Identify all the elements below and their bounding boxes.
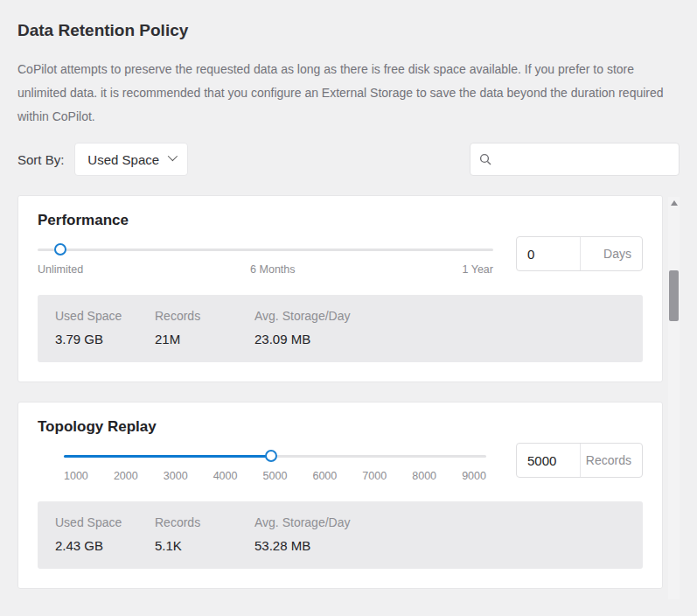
sort-by-selected-value: Used Space [87, 152, 159, 167]
slider-tick-label: 2000 [114, 470, 138, 482]
slider-tick-labels: Unlimited 6 Months 1 Year [38, 263, 493, 276]
scrollbar-thumb[interactable] [669, 270, 679, 321]
scroll-up-icon[interactable] [668, 197, 680, 209]
search-box[interactable] [470, 143, 680, 176]
retention-unit-label: Days [580, 237, 642, 270]
retention-value-input[interactable] [517, 453, 580, 468]
card-performance: Performance Unlimited 6 Months 1 Year [17, 195, 663, 382]
sort-by-label: Sort By: [17, 152, 64, 167]
stat-value: 53.28 MB [254, 538, 352, 553]
stat-label: Records [155, 515, 253, 529]
slider-tick-label: 8000 [412, 470, 436, 482]
data-retention-page: Data Retention Policy CoPilot attempts t… [0, 0, 697, 616]
stats-box: Used Space 3.79 GB Records 21M Avg. Stor… [38, 295, 643, 362]
stat-avg-storage: Avg. Storage/Day 23.09 MB [254, 309, 352, 346]
slider-tick-label: 5000 [263, 470, 288, 482]
slider-tick-label: 1000 [64, 470, 88, 482]
slider-tick-label: 3000 [164, 470, 188, 482]
slider-handle[interactable] [265, 450, 277, 462]
stat-avg-storage: Avg. Storage/Day 53.28 MB [254, 515, 352, 553]
slider-tick-label: 6000 [312, 470, 337, 482]
stat-used-space: Used Space 3.79 GB [55, 309, 153, 346]
slider-tick-labels: 1000 2000 3000 4000 5000 6000 7000 8000 … [64, 470, 486, 482]
cards-column: Performance Unlimited 6 Months 1 Year [17, 195, 663, 599]
stat-value: 3.79 GB [55, 332, 153, 346]
slider-tick-label: 6 Months [250, 263, 295, 276]
cards-scroll-region: Performance Unlimited 6 Months 1 Year [17, 195, 680, 599]
slider-tick-label: 9000 [462, 470, 486, 482]
controls-row: Sort By: Used Space [17, 143, 680, 176]
page-description: CoPilot attempts to preserve the request… [17, 58, 679, 129]
card-topology-replay: Topology Replay 1000 2000 3000 4000 5000 [17, 402, 663, 589]
stat-value: 21M [155, 332, 253, 346]
slider-row: Unlimited 6 Months 1 Year Days [38, 234, 643, 276]
slider-tick-label: 7000 [362, 470, 387, 482]
stats-box: Used Space 2.43 GB Records 5.1K Avg. Sto… [38, 501, 643, 569]
slider-tick-label: Unlimited [38, 263, 83, 276]
page-title: Data Retention Policy [17, 21, 680, 40]
slider-area: Unlimited 6 Months 1 Year [38, 234, 493, 276]
card-title: Performance [38, 212, 643, 229]
stat-records: Records 21M [155, 309, 253, 346]
stat-value: 23.09 MB [254, 332, 352, 346]
slider-handle[interactable] [54, 243, 66, 256]
slider-tick-label: 4000 [213, 470, 238, 482]
retention-unit-label: Records [580, 444, 642, 477]
stat-label: Avg. Storage/Day [254, 515, 352, 529]
stat-label: Used Space [55, 309, 153, 323]
chevron-down-icon [168, 151, 178, 161]
search-icon [479, 153, 491, 165]
stat-used-space: Used Space 2.43 GB [55, 515, 153, 553]
card-title: Topology Replay [38, 418, 643, 436]
stat-label: Records [155, 309, 253, 323]
slider-row: 1000 2000 3000 4000 5000 6000 7000 8000 … [38, 441, 643, 482]
sort-by-dropdown[interactable]: Used Space [74, 143, 188, 176]
retention-slider[interactable] [64, 455, 486, 458]
stat-label: Used Space [55, 515, 153, 529]
retention-slider[interactable] [38, 248, 493, 251]
stat-value: 2.43 GB [55, 538, 153, 553]
slider-fill [64, 455, 271, 458]
slider-area: 1000 2000 3000 4000 5000 6000 7000 8000 … [38, 441, 493, 482]
vertical-scrollbar[interactable] [668, 197, 680, 599]
slider-tick-label: 1 Year [463, 263, 493, 276]
search-input[interactable] [498, 152, 670, 166]
stat-label: Avg. Storage/Day [254, 309, 352, 323]
stat-value: 5.1K [155, 538, 253, 553]
retention-value-input[interactable] [517, 247, 580, 262]
retention-value-box: Days [516, 236, 643, 271]
stat-records: Records 5.1K [155, 515, 253, 553]
retention-value-box: Records [516, 443, 643, 478]
